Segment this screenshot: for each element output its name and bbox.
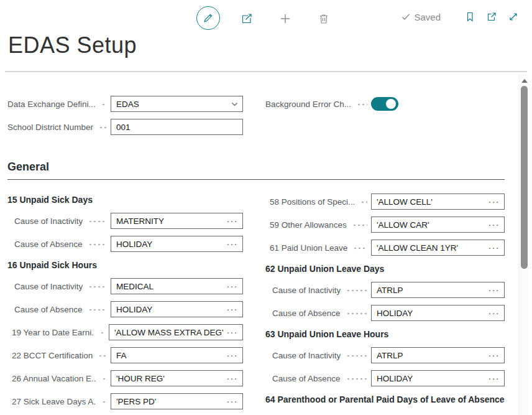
field-value: HOLIDAY [116,240,224,249]
expand-button[interactable] [507,11,520,23]
field-label: 27 Sick Leave Days A... [12,397,96,406]
field-value: 001 [116,123,239,132]
dotted-leader [87,309,107,311]
saved-status: Saved [401,12,441,22]
general-left-column: 15 Unpaid Sick Days Cause of Inactivity … [7,189,243,415]
assist-edit-button[interactable]: ··· [488,352,501,358]
field-label: 59 Other Allowances [270,220,347,230]
dotted-leader [345,378,367,380]
bookmark-button[interactable] [464,11,476,23]
field-input[interactable]: 'ALLOW CAR' ··· [371,217,505,233]
field-input[interactable]: 'ALLOW CELL' ··· [371,194,505,210]
edit-button[interactable] [196,6,220,30]
field-value: 'PERS PD' [116,397,224,406]
assist-edit-button[interactable]: ··· [488,375,501,381]
assist-edit-button[interactable]: ··· [226,375,239,381]
popout-window-icon [486,11,497,22]
page-title: EDAS Setup [8,32,137,58]
field-row: Cause of Absence HOLIDAY ··· [265,305,505,321]
field-label: Cause of Absence [14,240,83,249]
field-input[interactable]: 'ALLOW CLEAN 1YR' ··· [371,240,505,256]
field-input[interactable]: HOLIDAY ··· [111,301,243,317]
dotted-leader [98,126,107,129]
assist-edit-button[interactable]: ··· [226,283,239,289]
field-input[interactable]: MEDICAL ··· [111,278,243,294]
field-input[interactable]: 'ALLOW MASS EXTRA DEG' ··· [109,324,243,340]
field-input[interactable]: HOLIDAY ··· [371,305,505,321]
field-value: MEDICAL [116,282,224,291]
field-label: 22 BCCT Certification [12,351,93,360]
field-row: Cause of Inactivity MEDICAL ··· [7,278,243,294]
assist-edit-button[interactable]: ··· [226,329,239,335]
dotted-leader [100,103,107,106]
assist-edit-button[interactable]: ··· [488,245,501,251]
dotted-leader [345,355,367,357]
field-row: Cause of Absence HOLIDAY ··· [7,301,243,317]
delete-button[interactable] [316,11,331,26]
field-row: 58 Positions of Speci... 'ALLOW CELL' ··… [265,194,505,210]
open-in-window-button[interactable] [485,11,498,23]
share-button[interactable] [239,11,254,26]
field-input[interactable]: 'PERS PD' ··· [111,393,243,409]
pencil-icon [203,12,214,24]
field-row: 59 Other Allowances 'ALLOW CAR' ··· [265,217,505,233]
dotted-leader [87,220,107,223]
assist-edit-button[interactable]: ··· [226,398,239,404]
assist-edit-button[interactable]: ··· [488,310,501,316]
field-row: Cause of Inactivity ATRLP ··· [265,282,505,298]
field-label: Data Exchange Defini... [7,100,96,109]
field-value: MATERNITY [116,217,224,226]
field-input[interactable]: 'HOUR REG' ··· [111,370,243,386]
field-row: Background Error Ch... [265,96,505,112]
field-value: HOLIDAY [116,305,224,314]
group-header: 15 Unpaid Sick Days [7,194,243,206]
assist-edit-button[interactable]: ··· [226,218,239,224]
field-label: Cause of Absence [14,305,83,314]
data-exchange-definition-select[interactable]: EDAS [111,96,243,112]
new-button[interactable] [278,11,293,26]
scrollbar-up-arrow-icon[interactable] [521,79,528,83]
field-row: Cause of Inactivity MATERNITY ··· [7,213,243,229]
general-form: 15 Unpaid Sick Days Cause of Inactivity … [7,189,505,415]
field-input[interactable]: ATRLP ··· [371,282,505,298]
action-toolbar: Saved [0,0,532,36]
field-value: HOLIDAY [377,309,485,318]
group-header: 63 Unpaid Union Leave Hours [265,328,505,340]
saved-label: Saved [414,12,441,22]
field-value: ATRLP [377,351,485,360]
edas-setup-page: Saved [0,0,532,415]
expand-arrows-icon [508,11,519,22]
title-divider [5,71,527,72]
field-input[interactable]: FA ··· [111,347,243,363]
field-input[interactable]: HOLIDAY ··· [371,370,505,386]
dotted-leader [97,355,107,357]
field-label: Cause of Inactivity [14,282,83,291]
dotted-leader [87,286,107,288]
dotted-leader [101,401,107,403]
field-row: 61 Paid Union Leave 'ALLOW CLEAN 1YR' ··… [265,240,505,256]
assist-edit-button[interactable]: ··· [226,306,239,312]
field-input[interactable]: MATERNITY ··· [111,213,243,229]
field-row: 27 Sick Leave Days A... 'PERS PD' ··· [7,393,243,409]
background-error-check-toggle[interactable] [371,97,398,111]
page-content: Data Exchange Defini... EDAS School Dist… [7,75,505,415]
field-value: ATRLP [377,286,485,295]
group-header: 62 Unpaid Union Leave Days [265,263,505,275]
assist-edit-button[interactable]: ··· [488,198,501,205]
vertical-scrollbar[interactable] [519,75,529,415]
chevron-down-icon[interactable] [231,100,239,108]
field-label: 58 Positions of Speci... [270,197,355,207]
scrollbar-thumb[interactable] [521,86,528,269]
general-right-column: 58 Positions of Speci... 'ALLOW CELL' ··… [265,189,505,413]
field-value: 'ALLOW CELL' [377,197,485,207]
general-section-header: General [7,161,505,180]
assist-edit-button[interactable]: ··· [226,241,239,247]
header-fields-left: Data Exchange Defini... EDAS School Dist… [7,96,243,142]
assist-edit-button[interactable]: ··· [226,352,239,358]
dotted-leader [345,289,367,292]
assist-edit-button[interactable]: ··· [488,221,501,228]
field-input[interactable]: HOLIDAY ··· [111,236,243,252]
school-district-number-input[interactable]: 001 [111,119,243,135]
field-input[interactable]: ATRLP ··· [371,347,505,363]
assist-edit-button[interactable]: ··· [488,287,501,293]
